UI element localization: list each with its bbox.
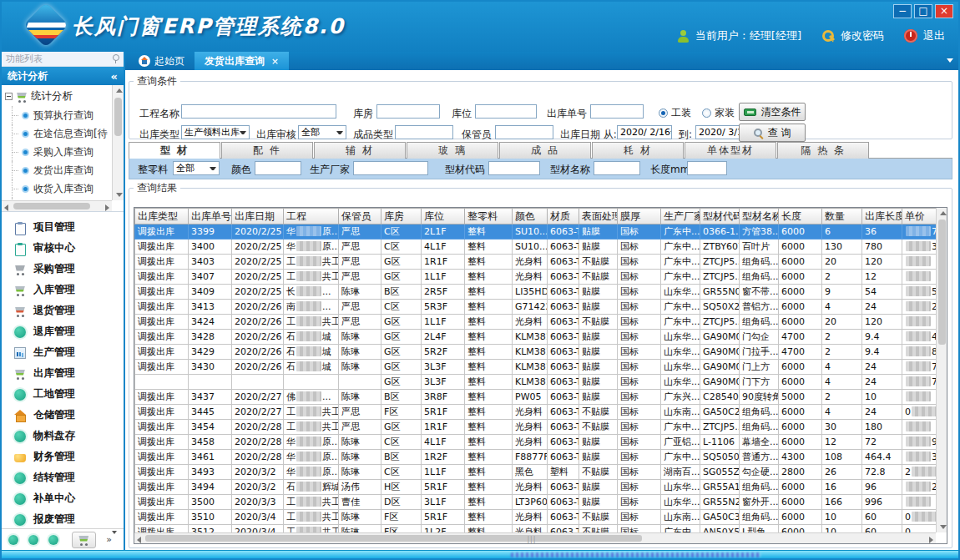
sidebar-item[interactable]: 报废管理 bbox=[2, 509, 124, 528]
footer-cart-button[interactable] bbox=[72, 532, 97, 548]
tab-dropdown-icon[interactable] bbox=[947, 58, 953, 63]
sidebar-item[interactable]: 仓储管理 bbox=[2, 405, 124, 426]
table-row[interactable]: 调拨出库34132020/2/26南...严思C区5R3F整料G71422606… bbox=[135, 300, 937, 315]
table-row[interactable]: 调拨出库34372020/2/27佛...陈琳B区3R8F整料PW056063-… bbox=[135, 390, 937, 405]
table-row[interactable]: 调拨出库34932020/3/2华原...陈琳C区1L1F整料黑色塑料不贴膜国标… bbox=[135, 465, 937, 480]
logout-link[interactable]: 退出 bbox=[923, 28, 945, 43]
column-header[interactable]: 出库日期 bbox=[232, 209, 284, 225]
material-tab[interactable]: 单体型材 bbox=[685, 142, 776, 159]
sidebar-item[interactable]: 退货管理 bbox=[2, 300, 124, 321]
warehouse-input[interactable] bbox=[376, 104, 440, 119]
footer-dot-icon[interactable] bbox=[48, 535, 58, 545]
column-header[interactable]: 工程 bbox=[284, 209, 339, 225]
column-header[interactable]: 数量 bbox=[822, 209, 862, 225]
close-button[interactable]: × bbox=[935, 4, 953, 18]
material-tab[interactable]: 型 材 bbox=[129, 142, 220, 159]
footer-dot-icon[interactable] bbox=[8, 535, 18, 545]
table-row[interactable]: 调拨出库34032020/2/25工共工程严思G区1R1F整料光身料6063-T… bbox=[135, 255, 937, 270]
column-header[interactable]: 库房 bbox=[381, 209, 422, 225]
table-row[interactable]: G区3L3F整料KLM38176063-T5贴膜国标山东华...GA90M09.… bbox=[135, 375, 937, 390]
column-header[interactable]: 型材名称 bbox=[740, 209, 779, 225]
sidebar-item[interactable]: 生产管理 bbox=[2, 342, 124, 363]
grid-vertical-scrollbar[interactable] bbox=[936, 208, 947, 532]
column-header[interactable]: 出库类型 bbox=[135, 209, 189, 225]
table-row[interactable]: 调拨出库35102020/3/4工共工程陈琳F区5R1F整料光身料6063-T5… bbox=[135, 510, 937, 525]
search-button[interactable]: 查 询 bbox=[739, 124, 806, 142]
table-row[interactable]: 调拨出库34302020/2/26石城陈琳G区3L3F整料KLM38176063… bbox=[135, 360, 937, 375]
sidebar-item[interactable]: 采购管理 bbox=[2, 259, 124, 280]
outbound-type-select[interactable]: 生产领料出库 bbox=[181, 125, 250, 139]
tree-item[interactable]: 收货入库查询 bbox=[5, 179, 110, 198]
table-row[interactable]: 调拨出库34292020/2/26石城陈琳G区5R2F整料KLM38176063… bbox=[135, 345, 937, 360]
column-header[interactable]: 单价 bbox=[902, 209, 937, 225]
profile-name-input[interactable] bbox=[594, 161, 640, 175]
table-row[interactable]: 调拨出库35002020/3/3工共工程曹佳D区3L1F整料LT3P606063… bbox=[135, 495, 937, 510]
maker-input[interactable] bbox=[353, 161, 428, 175]
tree-item[interactable]: 在途信息查询[待 bbox=[5, 124, 110, 143]
table-row[interactable]: 调拨出库34072020/2/25工共工程严思G区1L1F整料光身料6063-T… bbox=[135, 270, 937, 285]
tree-horizontal-scrollbar[interactable] bbox=[2, 200, 112, 211]
location-input[interactable] bbox=[475, 104, 537, 119]
tree-root-item[interactable]: 统计分析 bbox=[5, 87, 110, 106]
column-header[interactable]: 整零料 bbox=[465, 209, 513, 225]
collapse-icon[interactable]: « bbox=[111, 70, 118, 83]
maximize-button[interactable]: □ bbox=[914, 4, 932, 18]
sidebar-item[interactable]: 物料盘存 bbox=[2, 426, 124, 446]
radio-gongzhuang[interactable]: 工装 bbox=[659, 106, 691, 120]
table-row[interactable]: 调拨出库35122020/3/4工共工程陈琳F区1L2F整料光身料6063-T5… bbox=[135, 525, 937, 533]
table-row[interactable]: 调拨出库33992020/2/25华原...严思C区2L1F整料SU10...6… bbox=[135, 225, 937, 240]
footer-chevron[interactable]: » bbox=[106, 536, 117, 543]
material-tab[interactable]: 玻 璃 bbox=[407, 142, 498, 159]
column-header[interactable]: 材质 bbox=[548, 209, 579, 225]
column-header[interactable]: 颜色 bbox=[513, 209, 548, 225]
table-row[interactable]: 调拨出库34612020/2/28华原...陈琳B区1R2F整料F8877FT6… bbox=[135, 450, 937, 465]
audit-select[interactable]: 全部 bbox=[298, 125, 346, 139]
column-header[interactable]: 表面处理 bbox=[579, 209, 618, 225]
tab-home[interactable]: 起始页 bbox=[129, 52, 195, 70]
sidebar-item[interactable]: 审核中心 bbox=[2, 238, 124, 259]
color-input[interactable] bbox=[255, 161, 301, 175]
tree-vertical-scrollbar[interactable] bbox=[112, 85, 124, 200]
keeper-input[interactable] bbox=[495, 125, 553, 139]
date-from-select[interactable]: 2020/ 2/16 bbox=[617, 125, 672, 139]
material-tab[interactable]: 成 品 bbox=[499, 142, 591, 159]
order-no-input[interactable] bbox=[590, 104, 644, 119]
table-row[interactable]: 调拨出库34582020/2/28华原...陈琳C区4L1F整料光身料6063-… bbox=[135, 435, 937, 450]
table-row[interactable]: 调拨出库34092020/2/25长...陈琳B区2R5F整料LI35HD606… bbox=[135, 285, 937, 300]
column-header[interactable]: 膜厚 bbox=[618, 209, 661, 225]
sidebar-item[interactable]: 财务管理 bbox=[2, 446, 124, 467]
profile-code-input[interactable] bbox=[488, 161, 540, 175]
footer-dot-icon[interactable] bbox=[28, 535, 38, 545]
project-input[interactable] bbox=[181, 104, 336, 119]
column-header[interactable]: 型材代码 bbox=[700, 209, 740, 225]
clear-conditions-button[interactable]: 清空条件 bbox=[739, 103, 806, 121]
tree-expand-icon[interactable] bbox=[5, 93, 13, 100]
radio-jiazhuang[interactable]: 家装 bbox=[702, 106, 735, 120]
material-tab[interactable]: 隔 热 条 bbox=[777, 142, 869, 159]
column-header[interactable]: 保管员 bbox=[339, 209, 381, 225]
sidebar-item[interactable]: 项目管理 bbox=[2, 217, 124, 238]
sidebar-item[interactable]: 补单中心 bbox=[2, 488, 124, 509]
sidebar-item[interactable]: 退库管理 bbox=[2, 321, 124, 342]
column-header[interactable]: 出库单号 bbox=[189, 209, 232, 225]
grid-horizontal-scrollbar[interactable]: ||| bbox=[134, 532, 936, 543]
sidebar-item[interactable]: 入库管理 bbox=[2, 280, 124, 300]
change-password-link[interactable]: 修改密码 bbox=[841, 28, 884, 43]
table-row[interactable]: 调拨出库34242020/2/26工共工程严思G区1L1F整料光身料6063-T… bbox=[135, 315, 937, 330]
sidebar-item[interactable]: 出库管理 bbox=[2, 363, 124, 384]
column-header[interactable]: 长度 bbox=[779, 209, 822, 225]
tab-shipment-query[interactable]: 发货出库查询× bbox=[195, 52, 289, 70]
pin-icon[interactable] bbox=[112, 54, 119, 63]
column-header[interactable]: 库位 bbox=[422, 209, 465, 225]
table-row[interactable]: 调拨出库34942020/3/2石辉城汤伟H区5R1F整料光身料6063-T5贴… bbox=[135, 480, 937, 495]
material-tab[interactable]: 辅 材 bbox=[314, 142, 406, 159]
material-tab[interactable]: 配 件 bbox=[221, 142, 313, 159]
sidebar-item[interactable]: 工地管理 bbox=[2, 384, 124, 405]
column-header[interactable]: 出库长度 bbox=[862, 209, 902, 225]
product-type-input[interactable] bbox=[395, 125, 453, 139]
column-header[interactable]: 生产厂家 bbox=[661, 209, 700, 225]
table-row[interactable]: 调拨出库34282020/2/26石城陈琳G区2L4F整料KLM38176063… bbox=[135, 330, 937, 345]
tree-item[interactable]: 预算执行查询 bbox=[5, 106, 110, 124]
sidebar-item[interactable]: 结转管理 bbox=[2, 467, 124, 488]
whole-part-select[interactable]: 全部 bbox=[173, 161, 220, 175]
